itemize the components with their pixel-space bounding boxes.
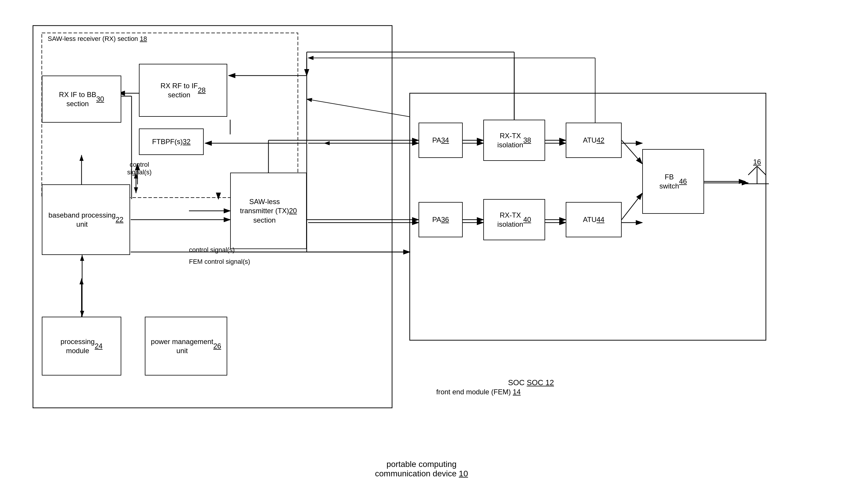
ftbpf-box: FTBPF(s) 32 <box>139 128 204 155</box>
svg-marker-24 <box>134 187 138 193</box>
soc-label: SOC SOC 12 <box>508 378 554 387</box>
rxtx-iso38-box: RX-TXisolation 38 <box>483 120 545 161</box>
fb-switch-box: FBswitch 46 <box>642 149 704 214</box>
saw-tx-box: SAW-lesstransmitter (TX)section 20 <box>230 173 307 249</box>
fem-label: front end module (FEM) 14 <box>436 388 521 396</box>
atu44-box: ATU 44 <box>566 202 622 237</box>
rx-rf-if-box: RX RF to IFsection 28 <box>139 64 227 117</box>
power-mgmt-box: power managementunit 26 <box>145 317 227 376</box>
svg-marker-45 <box>80 311 84 317</box>
svg-line-32 <box>748 166 757 175</box>
svg-line-58 <box>622 193 642 220</box>
antenna: 16 <box>745 158 769 196</box>
baseband-box: baseband processingunit 22 <box>42 184 130 255</box>
diagram: SOC SOC 12 SAW-less receiver (RX) sectio… <box>24 17 819 487</box>
svg-line-14 <box>307 99 410 117</box>
control-signals-lower-label: control signal(s) <box>189 246 235 254</box>
control-signals-upper-label: controlsignal(s) <box>127 161 152 176</box>
rxtx-iso40-box: RX-TXisolation 40 <box>483 199 545 240</box>
rx-if-bb-box: RX IF to BBsection 30 <box>42 76 121 123</box>
rx-section-label: SAW-less receiver (RX) section 18 <box>48 35 147 43</box>
processing-module-box: processingmodule 24 <box>42 317 121 376</box>
bottom-label: portable computingcommunication device 1… <box>24 460 819 479</box>
antenna-ref-label: 16 <box>753 158 761 166</box>
svg-marker-44 <box>80 255 84 261</box>
antenna-icon <box>745 166 769 196</box>
svg-marker-26 <box>80 278 84 284</box>
svg-line-48 <box>307 140 418 199</box>
svg-line-33 <box>757 166 766 175</box>
pa34-box: PA 34 <box>418 123 463 158</box>
pa36-box: PA 36 <box>418 202 463 237</box>
fem-control-label: FEM control signal(s) <box>189 258 250 266</box>
svg-marker-19 <box>80 155 84 161</box>
atu42-box: ATU 42 <box>566 123 622 158</box>
svg-line-55 <box>622 140 642 164</box>
